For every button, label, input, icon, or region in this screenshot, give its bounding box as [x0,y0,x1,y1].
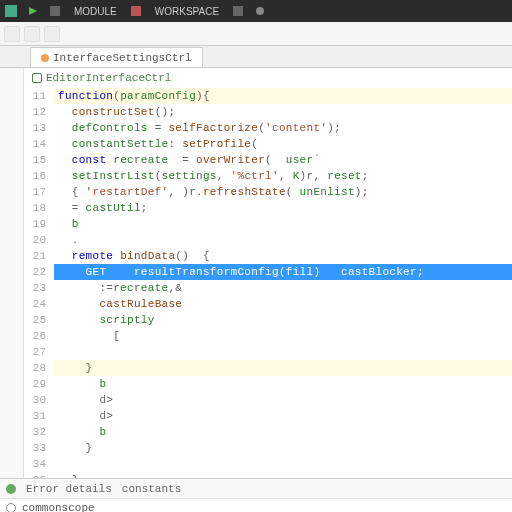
code-line[interactable]: defControls = selfFactorize('content'); [54,120,512,136]
line-number: 14 [24,136,52,152]
code-line[interactable]: :=recreate,& [54,280,512,296]
toolbar-button[interactable] [44,26,60,42]
code-line[interactable]: [ [54,328,512,344]
svg-rect-2 [50,6,60,16]
code-line[interactable]: { 'restartDef', )r.refreshState( unEnlis… [54,184,512,200]
code-line[interactable]: . [54,232,512,248]
line-number: 26 [24,328,52,344]
breadcrumb[interactable]: EditorInterfaceCtrl [24,68,512,88]
structure-icon [32,73,42,83]
breadcrumb-text: EditorInterfaceCtrl [46,72,171,84]
line-number: 12 [24,104,52,120]
title-bar: MODULE WORKSPACE [0,0,512,22]
code-line[interactable]: setInstrList(settings, '%ctrl', K)r, res… [54,168,512,184]
code-area[interactable]: 1112131415161718192021222324252627282930… [24,88,512,478]
code-line[interactable]: scriptly [54,312,512,328]
svg-marker-1 [29,7,37,15]
code-line[interactable]: d> [54,408,512,424]
toolbar [0,22,512,46]
line-number: 27 [24,344,52,360]
code-line[interactable]: constructSet(); [54,104,512,120]
svg-rect-3 [131,6,141,16]
bottom-tabs: Error details constants [0,479,512,499]
line-number: 30 [24,392,52,408]
toolbar-icon[interactable] [231,4,245,18]
code-line[interactable]: = castUtil; [54,200,512,216]
code-line[interactable]: b [54,424,512,440]
line-number: 19 [24,216,52,232]
line-number: 34 [24,456,52,472]
code-line[interactable]: } [54,440,512,456]
code-line[interactable]: } [54,472,512,478]
line-number: 25 [24,312,52,328]
app-icon [4,4,18,18]
play-icon[interactable] [26,4,40,18]
line-number: 31 [24,408,52,424]
code-line[interactable]: d> [54,392,512,408]
line-number: 24 [24,296,52,312]
line-number: 11 [24,88,52,104]
code-line[interactable]: b [54,216,512,232]
code-lines[interactable]: function(paramConfig){ constructSet(); d… [54,88,512,478]
file-tab[interactable]: InterfaceSettingsCtrl [30,47,203,67]
code-line[interactable]: GET resultTransformConfig(fill) castBloc… [54,264,512,280]
code-line[interactable]: constantSettle: setProfile( [54,136,512,152]
code-line[interactable]: b [54,376,512,392]
left-gutter-bar [0,68,24,478]
bottom-tab[interactable]: constants [122,483,181,495]
menu-module[interactable]: MODULE [70,4,121,19]
line-number: 21 [24,248,52,264]
code-editor[interactable]: EditorInterfaceCtrl 11121314151617181920… [24,68,512,478]
svg-rect-0 [5,5,17,17]
tab-label: InterfaceSettingsCtrl [53,52,192,64]
line-number: 32 [24,424,52,440]
line-number: 35 [24,472,52,478]
svg-point-5 [256,7,264,15]
line-number: 23 [24,280,52,296]
toolbar-icon[interactable] [129,4,143,18]
toolbar-icon[interactable] [48,4,62,18]
bottom-row-label: commonscope [22,502,95,512]
menu-workspace[interactable]: WORKSPACE [151,4,223,19]
bottom-tab[interactable]: Error details [26,483,112,495]
toolbar-button[interactable] [4,26,20,42]
bottom-panel: Error details constants commonscope Tunn… [0,478,512,512]
line-number: 20 [24,232,52,248]
code-line[interactable] [54,344,512,360]
code-line[interactable]: function(paramConfig){ [54,88,512,104]
line-number: 13 [24,120,52,136]
code-line[interactable]: } [54,360,512,376]
line-number: 18 [24,200,52,216]
toolbar-icon[interactable] [253,4,267,18]
code-line[interactable] [54,456,512,472]
bottom-row: commonscope [0,499,512,512]
line-number: 15 [24,152,52,168]
line-number: 29 [24,376,52,392]
file-type-icon [41,54,49,62]
status-icon [6,484,16,494]
svg-rect-4 [233,6,243,16]
line-number: 17 [24,184,52,200]
line-number: 22 [24,264,52,280]
code-line[interactable]: const recreate = overWriter( user` [54,152,512,168]
line-number: 16 [24,168,52,184]
line-number: 33 [24,440,52,456]
editor-tabs: InterfaceSettingsCtrl [0,46,512,68]
code-line[interactable]: remote bindData() { [54,248,512,264]
line-gutter: 1112131415161718192021222324252627282930… [24,88,52,478]
code-line[interactable]: castRuleBase [54,296,512,312]
toolbar-button[interactable] [24,26,40,42]
circle-icon [6,503,16,512]
line-number: 28 [24,360,52,376]
